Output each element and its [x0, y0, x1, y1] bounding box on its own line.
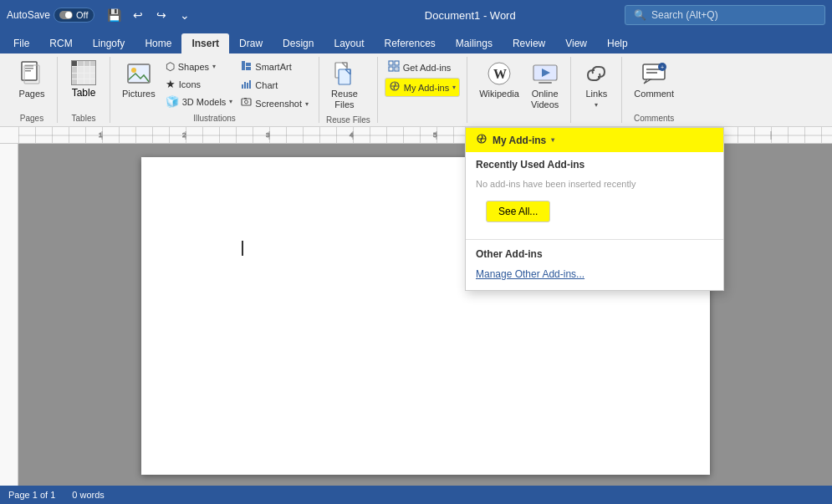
- pages-button[interactable]: Pages: [13, 57, 50, 103]
- online-videos-button[interactable]: OnlineVideos: [526, 57, 564, 114]
- svg-rect-9: [246, 63, 251, 66]
- online-videos-label: OnlineVideos: [531, 89, 559, 110]
- tab-mailings[interactable]: Mailings: [446, 33, 503, 53]
- screenshot-label: Screenshot: [255, 99, 302, 109]
- tab-review[interactable]: Review: [503, 33, 555, 53]
- dropdown-divider: [466, 239, 723, 240]
- svg-point-16: [245, 100, 248, 104]
- shapes-icon: ⬡: [166, 60, 175, 73]
- links-button[interactable]: Links ▾: [578, 57, 615, 112]
- links-group-label: [578, 121, 615, 123]
- comment-button[interactable]: + Comment: [629, 57, 679, 103]
- pictures-button[interactable]: Pictures: [117, 57, 161, 103]
- ribbon-group-pages: Pages Pages: [7, 57, 58, 123]
- save-icon[interactable]: 💾: [106, 7, 123, 23]
- tab-layout[interactable]: Layout: [324, 33, 374, 53]
- pages-icon: [18, 60, 45, 87]
- search-placeholder: Search (Alt+Q): [651, 9, 718, 21]
- no-addins-message: No add-ins have been inserted recently: [466, 174, 723, 197]
- illustrations-col: ⬡ Shapes ▾ ★ Icons 🧊 3D Models ▾: [162, 57, 237, 109]
- shapes-label: Shapes: [178, 62, 209, 72]
- tab-home[interactable]: Home: [135, 33, 181, 53]
- tab-lingofy[interactable]: Lingofy: [83, 33, 135, 53]
- tab-view[interactable]: View: [555, 33, 597, 53]
- wikipedia-button[interactable]: W Wikipedia: [474, 57, 524, 103]
- ribbon-group-addins: + Get Add-ins My Add-ins ▾: [378, 57, 467, 123]
- recently-used-title: Recently Used Add-ins: [466, 152, 723, 174]
- svg-rect-12: [244, 82, 246, 89]
- autosave-state: Off: [76, 10, 88, 20]
- svg-rect-20: [339, 69, 350, 84]
- svg-rect-17: [244, 98, 247, 99]
- reuse-files-icon: [331, 60, 358, 87]
- svg-rect-33: [539, 82, 552, 84]
- svg-point-6: [131, 68, 136, 73]
- wikipedia-icon: W: [486, 60, 513, 87]
- shapes-dropdown-arrow: ▾: [212, 63, 216, 70]
- wikipedia-label: Wikipedia: [479, 89, 519, 99]
- svg-rect-3: [25, 70, 31, 72]
- screenshot-button[interactable]: Screenshot ▾: [237, 95, 312, 112]
- pages-group-items: Pages: [13, 57, 50, 112]
- links-group-items: Links ▾: [578, 57, 615, 121]
- addins-dropdown-header-label: My Add-ins: [493, 135, 546, 146]
- svg-text:5: 5: [433, 131, 437, 139]
- svg-rect-13: [247, 83, 248, 89]
- svg-rect-8: [242, 61, 245, 70]
- reuse-files-button[interactable]: ReuseFiles: [326, 57, 363, 114]
- redo-icon[interactable]: ↪: [153, 7, 170, 23]
- screenshot-dropdown-arrow: ▾: [305, 100, 309, 108]
- get-addins-icon: +: [388, 60, 400, 74]
- tab-references[interactable]: References: [374, 33, 445, 53]
- svg-rect-5: [128, 64, 150, 83]
- chart-icon: [241, 79, 252, 92]
- ribbon: Pages Pages Table Tables: [0, 53, 832, 127]
- table-button[interactable]: Table: [64, 57, 103, 102]
- tab-draw[interactable]: Draw: [229, 33, 273, 53]
- svg-rect-15: [242, 99, 251, 105]
- ribbon-group-links: Links ▾: [571, 57, 622, 123]
- toggle-knob: [59, 11, 73, 19]
- ribbon-group-reuse-files: ReuseFiles Reuse Files: [319, 57, 378, 123]
- get-addins-button[interactable]: + Get Add-ins: [385, 59, 460, 76]
- tab-insert[interactable]: Insert: [181, 33, 229, 53]
- pictures-icon: [125, 60, 152, 87]
- title-bar-left: AutoSave Off 💾 ↩ ↪ ⌄: [7, 7, 316, 23]
- see-all-button[interactable]: See All...: [486, 201, 550, 222]
- smartart-icon: [241, 60, 252, 74]
- undo-icon[interactable]: ↩: [130, 7, 146, 23]
- pages-label: Pages: [18, 89, 44, 99]
- svg-rect-11: [242, 84, 243, 89]
- tab-file[interactable]: File: [3, 33, 39, 53]
- my-addins-button[interactable]: My Add-ins ▾: [385, 78, 460, 97]
- addins-dropdown-header[interactable]: My Add-ins ▾: [466, 128, 723, 152]
- ribbon-group-comments: + Comment Comments: [622, 57, 686, 123]
- search-icon: 🔍: [634, 9, 646, 21]
- 3dmodels-button[interactable]: 🧊 3D Models ▾: [162, 94, 237, 109]
- manage-addins-link[interactable]: Manage Other Add-ins...: [466, 263, 723, 290]
- tab-help[interactable]: Help: [597, 33, 638, 53]
- shapes-button[interactable]: ⬡ Shapes ▾: [162, 59, 237, 74]
- chart-button[interactable]: Chart: [237, 77, 312, 94]
- media-group-label: [474, 121, 564, 123]
- tab-rcm[interactable]: RCM: [39, 33, 82, 53]
- tables-group-items: Table: [64, 57, 103, 112]
- autosave-area[interactable]: AutoSave Off: [7, 8, 94, 23]
- text-cursor: [242, 241, 243, 256]
- comment-label: Comment: [634, 89, 674, 99]
- my-addins-dropdown-arrow: ▾: [452, 84, 456, 91]
- reuse-files-group-items: ReuseFiles: [326, 57, 370, 114]
- icons-button[interactable]: ★ Icons: [162, 76, 237, 92]
- svg-text:W: W: [493, 67, 507, 81]
- svg-text:2: 2: [182, 131, 186, 139]
- search-bar[interactable]: 🔍 Search (Alt+Q): [625, 5, 825, 25]
- get-addins-label: Get Add-ins: [403, 63, 451, 73]
- customize-icon[interactable]: ⌄: [176, 7, 193, 23]
- svg-text:1: 1: [99, 131, 103, 139]
- 3dmodels-dropdown-arrow: ▾: [229, 98, 232, 105]
- autosave-toggle[interactable]: Off: [54, 8, 94, 23]
- tab-design[interactable]: Design: [273, 33, 324, 53]
- smartart-button[interactable]: SmartArt: [237, 59, 312, 75]
- table-label: Table: [72, 87, 96, 99]
- addins-group-label: [385, 121, 460, 123]
